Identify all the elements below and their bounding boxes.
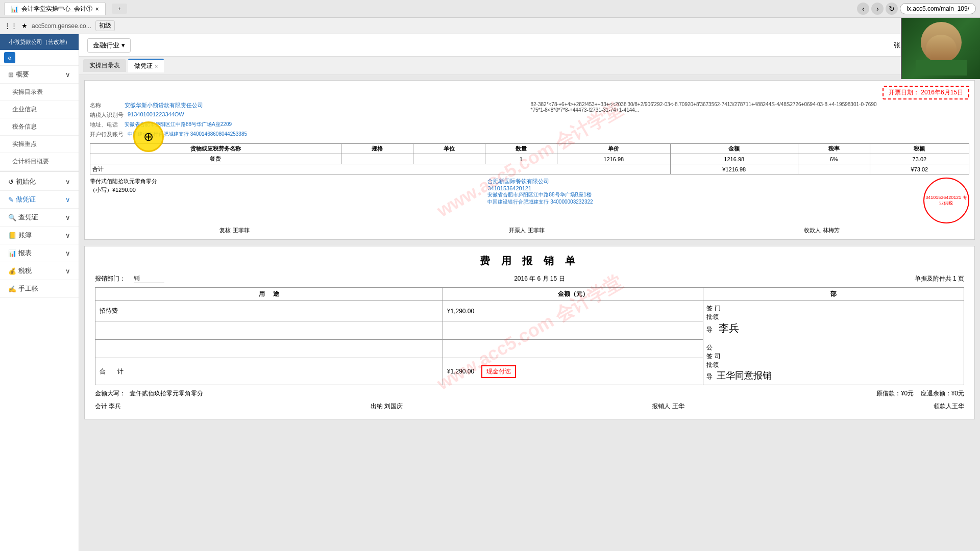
sidebar-item-init[interactable]: ↺ 初始化 ∨ xyxy=(0,173,79,191)
user-body xyxy=(916,60,967,76)
forward-btn[interactable]: › xyxy=(871,3,884,15)
sidebar-item-accounts[interactable]: 会计科目概要 xyxy=(0,153,79,170)
expense-row1: 招待费 ¥1,290.00 签 门 批领 导 李兵 xyxy=(95,301,964,321)
expense-amount: ¥1,290.00 xyxy=(443,301,703,321)
document-area[interactable]: www.acc5.com 会计学堂 ⊕ 开票日期： 2016年6月15日 xyxy=(79,75,980,551)
date-value: 2016 年 6 月 15 日 xyxy=(514,274,565,283)
amount-cn-row: 金额大写： 壹仟贰佰玖拾零元零角零分 原借款：¥0元 应退余额：¥0元 xyxy=(95,389,964,398)
toolbar-shortcut1[interactable]: acc5com.gensee.co... xyxy=(32,22,91,30)
sign-company2: 签 司 xyxy=(706,353,720,360)
col-unit: 单位 xyxy=(413,144,485,154)
sidebar: 小微贷款公司（营改增） « ⊞ 概要 ∨ 实操目录表 企业信息 税务信息 实操重… xyxy=(0,34,79,551)
sidebar-item-key-points[interactable]: 实操重点 xyxy=(0,136,79,153)
maker-label: 开票人 王菲菲 xyxy=(509,227,544,234)
empty-item2 xyxy=(95,340,443,358)
sidebar-item-overview[interactable]: ⊞ 概要 ∨ xyxy=(0,66,79,84)
back-btn[interactable]: ‹ xyxy=(857,3,869,15)
browser-chrome: 📊 会计学堂实操中心_会计① × + ‹ › ↻ lx.acc5.com/mai… xyxy=(0,0,980,34)
chevron-tax-icon: ∨ xyxy=(65,267,70,275)
seller-bank: 中国建设银行合肥城建支行 340000003232322 xyxy=(487,198,593,206)
browser-tab-bar: 📊 会计学堂实操中心_会计① × + ‹ › ↻ lx.acc5.com/mai… xyxy=(0,0,980,18)
financial-industry-btn[interactable]: 金融行业 ▾ xyxy=(87,38,131,53)
sidebar-divider1 xyxy=(0,171,79,172)
reload-btn[interactable]: ↻ xyxy=(886,3,898,15)
seller-company: 合肥新国际餐饮有限公司 xyxy=(487,178,593,185)
chevron-voucher-icon: ∨ xyxy=(65,196,70,204)
new-tab-btn[interactable]: + xyxy=(112,4,127,14)
chevron-init-icon: ∨ xyxy=(65,178,70,186)
seller-tax: 34101536420121 xyxy=(487,185,593,191)
sidebar-label-init: 初始化 xyxy=(16,177,36,186)
pay-method-badge: 现金付讫 xyxy=(481,365,516,378)
item-unit xyxy=(413,154,485,164)
sign-dept-label: 签 门 xyxy=(706,305,720,312)
chevron-ledger-icon: ∨ xyxy=(65,232,70,239)
tab-close-btn[interactable]: × xyxy=(95,6,99,13)
sidebar-item-tax[interactable]: 💰 税税 ∨ xyxy=(0,262,79,280)
sign-company-label: 公 xyxy=(706,344,713,351)
invoice-date-stamp: 开票日期： 2016年6月15日 xyxy=(883,86,969,99)
browser-toolbar: ⋮⋮ ★ acc5com.gensee.co... 初级 xyxy=(0,18,980,34)
approve-label: 批领 xyxy=(706,313,719,320)
video-overlay xyxy=(902,18,980,79)
approve-label2: 导 xyxy=(706,326,713,333)
col-amount: 金额（元） xyxy=(443,288,703,301)
sidebar-item-check-voucher[interactable]: 🔍 查凭证 ∨ xyxy=(0,209,79,227)
invoice-row: 餐费 1 1216.98 1216.98 6% 73.02 xyxy=(90,154,969,164)
item-qty: 1 xyxy=(485,154,557,164)
magnifier-icon: ⊕ xyxy=(143,130,154,144)
cashier: 出纳 刘国庆 xyxy=(371,402,403,411)
expense-form: 费 用 报 销 单 报销部门： 销 2016 年 6 月 15 日 单据及附件共… xyxy=(85,246,974,418)
invoice-table: 货物或应税劳务名称 规格 单位 数量 单价 金额 税率 税额 xyxy=(90,143,969,174)
address-bar[interactable]: lx.acc5.com/main_109/ xyxy=(900,3,976,14)
col-amount: 金额 xyxy=(670,144,798,154)
tab-voucher-close[interactable]: × xyxy=(155,63,158,69)
item-spec xyxy=(341,154,413,164)
sidebar-item-company-info[interactable]: 企业信息 xyxy=(0,101,79,118)
user-avatar xyxy=(921,22,962,63)
dropdown-icon: ▾ xyxy=(121,41,125,49)
sidebar-label-report: 报表 xyxy=(18,248,32,258)
tab-voucher[interactable]: 做凭证 × xyxy=(128,59,164,72)
col-price: 单价 xyxy=(557,144,670,154)
sidebar-item-manual[interactable]: ✍ 手工帐 xyxy=(0,280,79,298)
sidebar-item-report[interactable]: 📊 报表 ∨ xyxy=(0,244,79,262)
invoice-info: 名称安徽华新小额贷款有限责任公司 纳税人识别号913401001223344OW… xyxy=(90,102,969,140)
user-video xyxy=(901,18,980,79)
total-small: ¥1290.00 xyxy=(112,187,136,193)
sidebar-label-check: 查凭证 xyxy=(18,213,38,222)
approve-label4: 导 xyxy=(706,373,713,380)
browser-tab[interactable]: 📊 会计学堂实操中心_会计① × xyxy=(4,2,106,15)
buyer-tax-id: 913401001223344OW xyxy=(128,111,184,119)
invoice-total-row: 合计 ¥1216.98 ¥73.02 xyxy=(90,164,969,174)
manual-icon: ✍ xyxy=(8,285,16,293)
sidebar-item-directory[interactable]: 实操目录表 xyxy=(0,84,79,101)
chevron-check-icon: ∨ xyxy=(65,214,70,221)
expense-table: 用 途 金额（元） 部 招待费 ¥1,290.00 xyxy=(95,287,964,385)
expense-card: www.acc5.com 会计学堂 费 用 报 销 单 报销部门： 销 2016… xyxy=(84,246,975,419)
chevron-report-icon: ∨ xyxy=(65,249,70,257)
signers-row: 会计 李兵 出纳 刘国庆 报销人 王华 领款人王华 xyxy=(95,402,964,411)
tab-directory[interactable]: 实操目录表 xyxy=(83,59,126,72)
approval-cell: 签 门 批领 导 李兵 公 签 司 批领 导 xyxy=(703,301,964,385)
main-layout: 小微贷款公司（营改增） « ⊞ 概要 ∨ 实操目录表 企业信息 税务信息 实操重… xyxy=(0,34,980,551)
invoice-signers: 复核 王菲菲 开票人 王菲菲 收款人 林梅芳 xyxy=(90,227,969,234)
tab-bar: 实操目录表 做凭证 × xyxy=(79,57,980,75)
refresh-icon: ↺ xyxy=(8,178,14,186)
sidebar-item-voucher[interactable]: ✎ 做凭证 ∨ xyxy=(0,191,79,209)
sidebar-item-tax-info[interactable]: 税务信息 xyxy=(0,118,79,136)
expense-header-row: 报销部门： 销 2016 年 6 月 15 日 单据及附件共 1 页 xyxy=(95,274,964,283)
seller-stamp: 34101536420121 专业供税 xyxy=(923,178,969,223)
sidebar-collapse-btn[interactable]: « xyxy=(4,52,15,63)
checker-label: 复核 王菲菲 xyxy=(219,227,249,234)
sidebar-item-ledger[interactable]: 📒 账簿 ∨ xyxy=(0,227,79,244)
sidebar-label-voucher: 做凭证 xyxy=(16,195,36,204)
seller-address: 安徽省合肥市庐阳区江中路88号华广场B座1楼 xyxy=(487,191,593,198)
tab-favicon: 📊 xyxy=(11,6,18,13)
chevron-down-icon: ∨ xyxy=(65,71,70,79)
tab-voucher-label: 做凭证 xyxy=(134,62,153,70)
toolbar-apps-icon: ⋮⋮ xyxy=(4,22,17,30)
total-tax: ¥73.02 xyxy=(870,164,969,174)
magnifier-tool[interactable]: ⊕ xyxy=(133,121,164,152)
approve-text: 王华同意报销 xyxy=(717,370,772,381)
